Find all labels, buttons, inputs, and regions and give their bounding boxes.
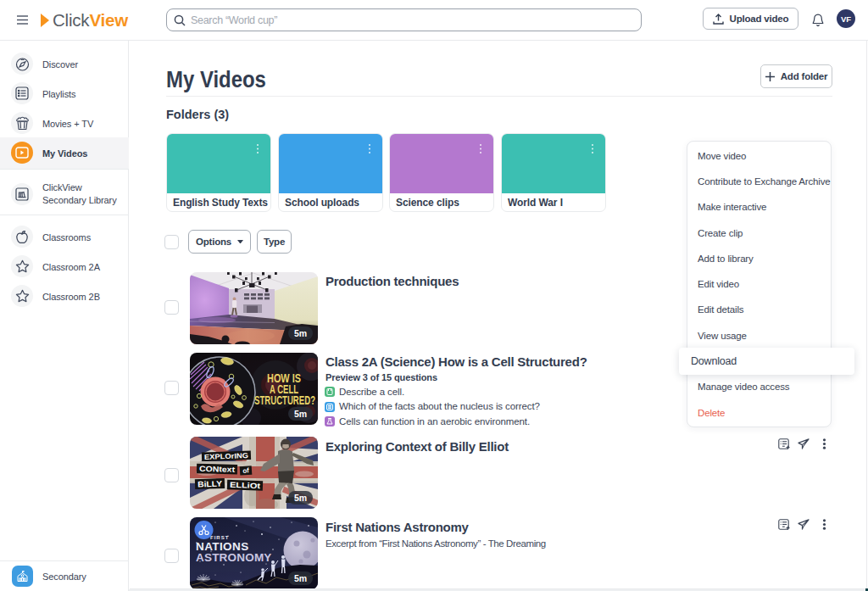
svg-text:STRUCTURED?: STRUCTURED? — [254, 393, 315, 407]
svg-text:ELLiOt: ELLiOt — [230, 481, 260, 490]
svg-text:EXPLOrING: EXPLOrING — [204, 451, 249, 461]
svg-text:ASTRONOMY: ASTRONOMY — [196, 551, 272, 564]
svg-text:of: of — [242, 466, 249, 475]
svg-text:CONtext: CONtext — [199, 465, 235, 474]
svg-text:BiLLY: BiLLY — [198, 478, 223, 488]
